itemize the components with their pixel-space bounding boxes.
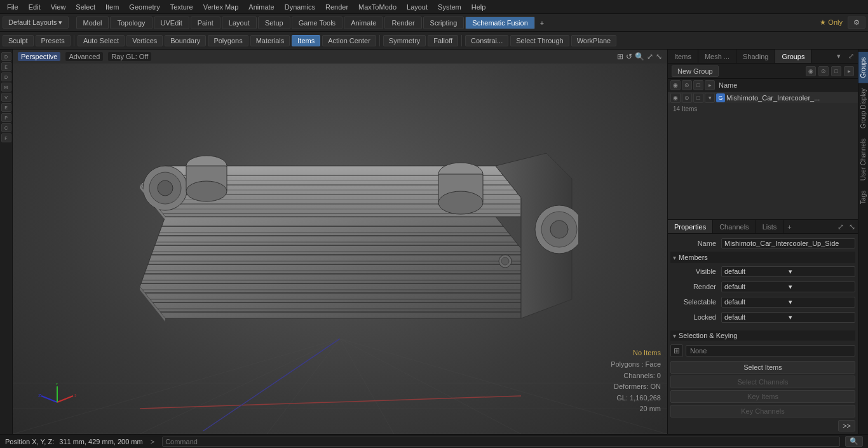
select-through-button[interactable]: Select Through (510, 35, 569, 46)
tab-animate[interactable]: Animate (344, 17, 383, 29)
vtab-groups[interactable]: Groups (858, 52, 868, 83)
prop-tab-lists[interactable]: Lists (756, 220, 784, 233)
groups-icon3[interactable]: □ (831, 66, 841, 76)
menu-geometry[interactable]: Geometry (125, 2, 164, 12)
presets-button[interactable]: Presets (36, 35, 71, 46)
refresh-icon[interactable]: ↺ (626, 52, 632, 61)
tab-model[interactable]: Model (76, 17, 109, 29)
tab-topology[interactable]: Topology (110, 17, 152, 29)
menu-system[interactable]: System (433, 2, 466, 12)
tab-schematic-fusion[interactable]: Schematic Fusion (465, 17, 534, 29)
selectable-dropdown[interactable]: default ▾ (721, 297, 855, 308)
menu-vertex-map[interactable]: Vertex Map (199, 2, 243, 12)
tab-uvedit[interactable]: UVEdit (154, 17, 189, 29)
tab-game-tools[interactable]: Game Tools (292, 17, 343, 29)
left-tool-5[interactable]: V (1, 93, 11, 102)
auto-select-button[interactable]: Auto Select (78, 35, 125, 46)
prop-icon-1[interactable]: ⤢ (835, 221, 846, 233)
grid-icon[interactable]: ⊞ (670, 344, 683, 357)
render-dropdown[interactable]: default ▾ (721, 282, 855, 292)
symmetry-button[interactable]: Symmetry (383, 35, 426, 46)
tab-layout[interactable]: Layout (222, 17, 257, 29)
menu-texture[interactable]: Texture (166, 2, 198, 12)
col-icon-expand[interactable]: ▸ (705, 80, 715, 90)
rp-tab-dropdown[interactable]: ▾ (833, 51, 844, 62)
name-input[interactable] (721, 238, 855, 248)
rp-tab-shading[interactable]: Shading (736, 50, 775, 63)
select-channels-button[interactable]: Select Channels (670, 376, 855, 388)
polygons-button[interactable]: Polygons (208, 35, 248, 46)
rp-tab-mesh[interactable]: Mesh ... (698, 50, 736, 63)
menu-maxtomodo[interactable]: MaxToModo (354, 2, 401, 12)
menu-view[interactable]: View (46, 2, 71, 12)
expand-button[interactable]: >> (838, 420, 855, 431)
menu-render[interactable]: Render (321, 2, 353, 12)
left-tool-7[interactable]: P (1, 113, 11, 122)
rp-expand-icon[interactable]: ⤢ (844, 51, 858, 62)
materials-button[interactable]: Materials (250, 35, 290, 46)
falloff-button[interactable]: Falloff (428, 35, 458, 46)
tab-render[interactable]: Render (384, 17, 421, 29)
expand-icon[interactable]: ⤢ (647, 52, 653, 61)
row-render[interactable]: ⊙ (682, 93, 692, 103)
search-cmd-button[interactable]: 🔍 (845, 436, 863, 447)
left-tool-8[interactable]: C (1, 123, 11, 132)
menu-item[interactable]: Item (101, 2, 123, 12)
rp-tab-items[interactable]: Items (668, 50, 698, 63)
constraints-button[interactable]: Constrai... (465, 35, 508, 46)
col-icon-render[interactable]: ⊙ (682, 80, 692, 90)
vtab-tags[interactable]: Tags (858, 186, 868, 209)
menu-dynamics[interactable]: Dynamics (280, 2, 320, 12)
left-tool-4[interactable]: M (1, 83, 11, 92)
prop-icon-2[interactable]: ⤡ (846, 221, 858, 233)
key-channels-button[interactable]: Key Channels (670, 405, 855, 417)
menu-select[interactable]: Select (71, 2, 100, 12)
locked-dropdown[interactable]: default ▾ (721, 312, 855, 323)
vertices-button[interactable]: Vertices (126, 35, 163, 46)
items-button[interactable]: Items (292, 35, 320, 46)
tab-setup[interactable]: Setup (258, 17, 290, 29)
col-icon-lock[interactable]: □ (693, 80, 703, 90)
maximize-icon[interactable]: ⤡ (656, 52, 662, 61)
menu-layout[interactable]: Layout (402, 2, 432, 12)
camera-icon[interactable]: ⊞ (617, 52, 623, 61)
add-tab-button[interactable]: + (536, 18, 548, 28)
groups-icon1[interactable]: ◉ (806, 66, 816, 76)
menu-help[interactable]: Help (467, 2, 491, 12)
vtab-user-channels[interactable]: User Channels (858, 133, 868, 186)
key-items-button[interactable]: Key Items (670, 390, 855, 403)
left-tool-1[interactable]: D (1, 52, 11, 61)
col-icon-eye[interactable]: ◉ (670, 80, 681, 90)
star-icon[interactable]: ★ Only (816, 17, 846, 28)
viewport[interactable]: Perspective Advanced Ray GL: Off ⊞ ↺ 🔍 ⤢… (13, 50, 667, 434)
menu-file[interactable]: File (3, 2, 23, 12)
sculpt-button[interactable]: Sculpt (3, 35, 34, 46)
menu-animate[interactable]: Animate (244, 2, 278, 12)
prop-tab-channels[interactable]: Channels (713, 220, 756, 233)
viewport-render[interactable]: Ray GL: Off (108, 52, 151, 61)
search-icon[interactable]: 🔍 (635, 52, 644, 61)
viewport-perspective[interactable]: Perspective (18, 52, 60, 61)
left-tool-3[interactable]: D (1, 72, 11, 81)
action-center-button[interactable]: Action Center (322, 35, 376, 46)
group-row-1[interactable]: ◉ ⊙ □ ▾ G Mishimoto_Car_Intercooler_... (668, 92, 858, 104)
tab-paint[interactable]: Paint (191, 17, 220, 29)
visible-dropdown[interactable]: default ▾ (721, 266, 855, 277)
boundary-button[interactable]: Boundary (165, 35, 206, 46)
menu-edit[interactable]: Edit (24, 2, 45, 12)
new-group-button[interactable]: New Group (672, 65, 719, 77)
row-eye[interactable]: ◉ (670, 93, 681, 103)
layouts-dropdown[interactable]: Default Layouts ▾ (3, 17, 69, 29)
prop-tab-plus[interactable]: + (783, 222, 795, 232)
left-tool-2[interactable]: E (1, 62, 11, 71)
groups-icon2[interactable]: ⊙ (818, 66, 829, 76)
left-tool-9[interactable]: F (1, 133, 11, 142)
left-tool-6[interactable]: E (1, 103, 11, 112)
tab-scripting[interactable]: Scripting (423, 17, 465, 29)
viewport-shading[interactable]: Advanced (65, 52, 103, 61)
vtab-group-display[interactable]: Group Display (858, 83, 868, 133)
settings-button[interactable]: ⚙ (848, 17, 865, 29)
workplane-button[interactable]: WorkPlane (571, 35, 617, 46)
rp-tab-groups[interactable]: Groups (775, 50, 811, 63)
members-section[interactable]: ▾ Members (670, 252, 855, 263)
